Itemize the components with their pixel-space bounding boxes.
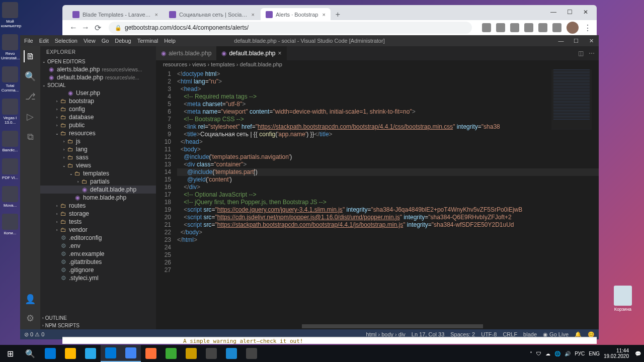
tree-item[interactable]: ⚙.env.example bbox=[40, 250, 156, 258]
forward-button[interactable]: → bbox=[79, 23, 92, 32]
tree-item[interactable]: ›🗀bootstrap bbox=[40, 97, 156, 105]
close-button[interactable]: ✕ bbox=[578, 7, 594, 17]
close-tab-icon[interactable]: × bbox=[252, 12, 255, 18]
start-button[interactable]: ⊞ bbox=[0, 345, 20, 362]
desktop-shortcut[interactable]: Mova... bbox=[1, 186, 19, 208]
tree-item[interactable]: ›🗀js bbox=[40, 137, 156, 145]
open-editor-item[interactable]: ◉alerts.blade.phpresources\views... bbox=[40, 65, 156, 73]
outline-section[interactable]: ›OUTLINE bbox=[40, 314, 156, 322]
code-editor[interactable]: 1234567891011121314151617181920212223242… bbox=[156, 69, 599, 324]
taskbar-app[interactable] bbox=[161, 345, 181, 362]
desktop-shortcut[interactable]: PDF Vi... bbox=[1, 158, 19, 180]
settings-icon[interactable]: ⚙ bbox=[24, 312, 36, 324]
address-bar[interactable]: 🔒getbootstrap.com/docs/4.4/components/al… bbox=[109, 22, 472, 34]
workspace-section[interactable]: ⌄SOCIAL bbox=[40, 81, 156, 89]
search-icon[interactable]: 🔍 bbox=[24, 70, 36, 82]
editor-tab[interactable]: ◉default.blade.php× bbox=[216, 46, 286, 60]
tree-item[interactable]: ⌄🗀views bbox=[40, 161, 156, 169]
open-editor-item[interactable]: ◉default.blade.phpresources\vie... bbox=[40, 73, 156, 81]
tree-item[interactable]: ›🗀vendor bbox=[40, 226, 156, 234]
desktop-shortcut[interactable]: Копи... bbox=[1, 214, 19, 235]
tree-item[interactable]: ›🗀tests bbox=[40, 218, 156, 226]
taskbar-app[interactable] bbox=[40, 345, 60, 362]
menu-item[interactable]: Terminal bbox=[137, 38, 158, 44]
close-tab-icon[interactable]: × bbox=[322, 12, 325, 18]
taskbar-vscode[interactable] bbox=[101, 345, 121, 362]
tree-item[interactable]: ⚙.gitignore bbox=[40, 266, 156, 274]
tree-item[interactable]: ⌄🗀templates bbox=[40, 169, 156, 177]
tree-item[interactable]: ›🗀partials bbox=[40, 177, 156, 186]
reload-button[interactable]: ⟳ bbox=[92, 23, 104, 33]
account-icon[interactable]: 👤 bbox=[24, 293, 36, 305]
desktop-shortcut[interactable]: Total Comma... bbox=[1, 66, 19, 93]
desktop-shortcut[interactable]: Vegas I 13.0... bbox=[1, 99, 19, 125]
npm-section[interactable]: ›NPM SCRIPTS bbox=[40, 322, 156, 329]
ext-icon[interactable] bbox=[510, 23, 519, 32]
desktop-shortcut[interactable]: Revo Uninstall... bbox=[1, 34, 19, 60]
tree-item[interactable]: ◉User.php bbox=[40, 89, 156, 97]
source-control-icon[interactable]: ⎇ bbox=[24, 90, 36, 103]
system-tray[interactable]: ˄ 🛡 ☁ 🌐 🔊 РУС ENG 11:4419.02.2020 💬 bbox=[530, 348, 644, 359]
explorer-icon[interactable]: 🗎 bbox=[24, 50, 36, 62]
vs-minimize[interactable]: — bbox=[553, 38, 569, 44]
close-tab-icon[interactable]: × bbox=[155, 12, 158, 18]
browser-tab[interactable]: Alerts · Bootstrap× bbox=[261, 8, 331, 21]
menu-item[interactable]: Go bbox=[102, 38, 109, 44]
tree-item[interactable]: ›🗀public bbox=[40, 121, 156, 129]
tray-lang[interactable]: РУС bbox=[575, 351, 585, 356]
more-icon[interactable]: ⋯ bbox=[589, 50, 595, 57]
taskbar-app[interactable] bbox=[221, 345, 242, 362]
tree-item[interactable]: ⌄🗀resources bbox=[40, 129, 156, 137]
debug-icon[interactable]: ▷ bbox=[24, 111, 36, 123]
ext-icon[interactable] bbox=[524, 23, 533, 32]
tree-item[interactable]: ◉home.blade.php bbox=[40, 194, 156, 202]
tray-icon[interactable]: ☁ bbox=[545, 351, 550, 356]
menu-item[interactable]: File bbox=[24, 38, 33, 44]
extensions-icon[interactable]: ⧉ bbox=[24, 131, 36, 143]
tree-item[interactable]: ⚙.styleci.yml bbox=[40, 274, 156, 282]
breadcrumb[interactable]: resources›views›templates›default.blade.… bbox=[156, 60, 599, 69]
profile-avatar[interactable] bbox=[567, 22, 579, 34]
back-button[interactable]: ← bbox=[67, 23, 79, 32]
recycle-bin[interactable]: Корзина bbox=[612, 286, 634, 312]
taskbar-app[interactable] bbox=[141, 345, 161, 362]
browser-tab[interactable]: Социальная сеть | SocialNetwork× bbox=[164, 8, 260, 21]
tree-item[interactable]: ⚙.env bbox=[40, 242, 156, 250]
tray-chevron-icon[interactable]: ˄ bbox=[530, 351, 532, 356]
taskbar-chrome[interactable] bbox=[121, 345, 141, 362]
tree-item[interactable]: ⚙.editorconfig bbox=[40, 234, 156, 242]
open-editors-section[interactable]: ⌄OPEN EDITORS bbox=[40, 58, 156, 65]
tree-item[interactable]: ›🗀database bbox=[40, 113, 156, 121]
search-button[interactable]: 🔍 bbox=[20, 345, 40, 362]
menu-item[interactable]: Help bbox=[164, 38, 176, 44]
taskbar-app[interactable] bbox=[181, 345, 201, 362]
browser-tab[interactable]: Blade Templates - Laravel - The P× bbox=[67, 8, 163, 21]
ext-icon[interactable] bbox=[538, 23, 547, 32]
chrome-menu[interactable]: ⋮ bbox=[584, 23, 592, 33]
ext-icon[interactable] bbox=[496, 23, 505, 32]
tray-volume-icon[interactable]: 🔊 bbox=[565, 351, 571, 356]
menu-item[interactable]: Selection bbox=[55, 38, 77, 44]
tray-icon[interactable]: 🛡 bbox=[536, 351, 541, 356]
ext-icon[interactable] bbox=[552, 23, 561, 32]
tree-item[interactable]: ›🗀routes bbox=[40, 202, 156, 210]
menu-item[interactable]: Edit bbox=[39, 38, 49, 44]
status-item[interactable]: ⊘ 0 ⚠ 0 bbox=[24, 331, 44, 338]
close-tab-icon[interactable]: × bbox=[278, 50, 282, 57]
tray-network-icon[interactable]: 🌐 bbox=[554, 351, 560, 356]
new-tab-button[interactable]: + bbox=[332, 8, 344, 20]
minimap[interactable] bbox=[551, 69, 592, 130]
horizontal-scrollbar[interactable] bbox=[156, 324, 599, 329]
desktop-shortcut[interactable]: Мой компьютер bbox=[1, 2, 19, 28]
tree-item[interactable]: ›🗀storage bbox=[40, 210, 156, 218]
ext-icon[interactable] bbox=[482, 23, 491, 32]
tray-clock[interactable]: 11:4419.02.2020 bbox=[604, 348, 631, 359]
tree-item[interactable]: ◉default.blade.php bbox=[40, 186, 156, 194]
notifications-icon[interactable]: 💬 bbox=[635, 351, 641, 356]
editor-tab[interactable]: ◉alerts.blade.php bbox=[156, 46, 216, 60]
taskbar-app[interactable] bbox=[201, 345, 221, 362]
tree-item[interactable]: ⚙.gitattributes bbox=[40, 258, 156, 266]
taskbar-app[interactable] bbox=[80, 345, 101, 362]
tree-item[interactable]: ›🗀config bbox=[40, 105, 156, 113]
taskbar-app[interactable] bbox=[242, 345, 262, 362]
